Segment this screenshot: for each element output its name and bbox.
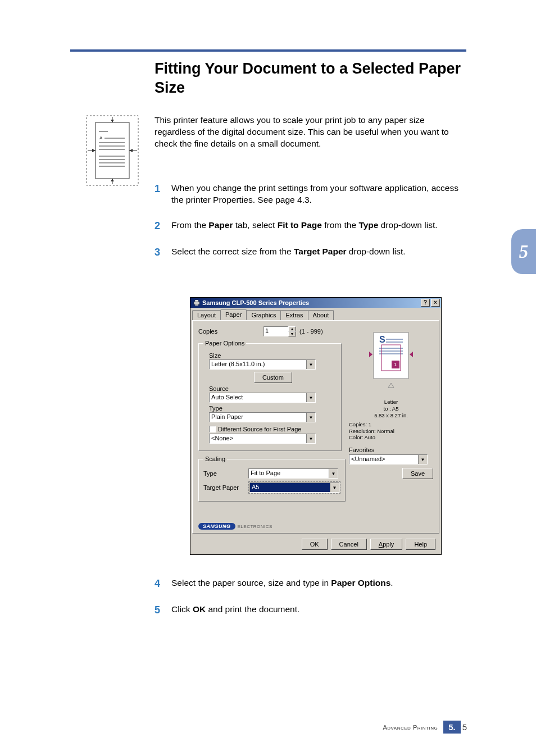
page-preview: S 1 — [360, 329, 422, 397]
scaling-legend: Scaling — [203, 456, 227, 462]
first-page-source-combo[interactable]: <None> ▼ — [209, 434, 316, 444]
intro-paragraph: This printer feature allows you to scale… — [155, 115, 464, 150]
source-label: Source — [209, 385, 337, 392]
chevron-down-icon[interactable]: ▼ — [330, 483, 339, 492]
text-bold: Type — [358, 220, 378, 230]
step-3: 3 Select the correct size from the Targe… — [155, 246, 469, 259]
text-bold: Paper Options — [331, 578, 390, 588]
svg-rect-22 — [195, 304, 198, 306]
printer-icon — [193, 299, 201, 307]
svg-marker-35 — [388, 383, 394, 388]
step-text: Select the correct size from the Target … — [171, 246, 469, 258]
tab-extras[interactable]: Extras — [280, 310, 308, 321]
favorites-label: Favorites — [349, 447, 433, 453]
footer-section-label: Advanced Printing — [383, 724, 438, 731]
steps-block-1: 1 When you change the print settings fro… — [155, 183, 469, 272]
scaling-type-combo[interactable]: Fit to Page ▼ — [248, 468, 338, 479]
dialog-titlebar: Samsung CLP-500 Series Properties ? × — [190, 298, 441, 308]
copies-spinner[interactable]: ▲ ▼ — [288, 326, 296, 336]
different-source-row[interactable]: Different Source for First Page — [209, 426, 337, 432]
svg-text:S: S — [379, 335, 385, 344]
copies-input[interactable]: 1 — [264, 326, 288, 336]
dialog-button-row: OK Cancel Apply Help — [190, 535, 441, 554]
text: From the — [171, 220, 208, 230]
different-source-label: Different Source for First Page — [218, 426, 301, 432]
step-number: 1 — [155, 182, 171, 195]
properties-dialog: Samsung CLP-500 Series Properties ? × La… — [190, 297, 442, 555]
text: and print the document. — [206, 604, 299, 614]
help-button[interactable]: ? — [421, 299, 430, 307]
first-page-source-value: <None> — [210, 434, 306, 443]
size-label: Size — [209, 352, 337, 359]
scaling-group: Scaling Type Fit to Page ▼ Target Paper … — [198, 456, 346, 502]
step-number: 3 — [155, 245, 171, 259]
size-combo[interactable]: Letter (8.5x11.0 in.) ▼ — [209, 359, 316, 370]
text: When you change the print settings from … — [171, 183, 458, 204]
svg-marker-34 — [410, 352, 413, 357]
preview-line: Letter — [349, 399, 433, 406]
text-bold: OK — [193, 604, 206, 614]
different-source-checkbox[interactable] — [209, 426, 216, 432]
chevron-down-icon[interactable]: ▼ — [306, 393, 315, 402]
copies-row: Copies 1 ▲ ▼ (1 - 999) — [198, 326, 342, 336]
dialog-title: Samsung CLP-500 Series Properties — [202, 299, 309, 306]
paper-tab-panel: Copies 1 ▲ ▼ (1 - 999) Paper Options Siz… — [192, 320, 439, 534]
text: . — [390, 578, 393, 588]
step-5: 5 Click OK and print the document. — [155, 604, 469, 617]
chevron-down-icon[interactable]: ▼ — [306, 413, 315, 422]
step-number: 2 — [155, 219, 171, 233]
tab-layout[interactable]: Layout — [192, 310, 221, 321]
chevron-down-icon[interactable]: ▼ — [306, 434, 315, 443]
chapter-number: 5 — [519, 242, 529, 262]
text: tab, select — [233, 220, 277, 230]
chevron-down-icon[interactable]: ▼ — [418, 455, 427, 464]
svg-text:1: 1 — [394, 362, 397, 367]
preview-line: 5.83 x 8.27 in. — [349, 412, 433, 419]
tab-paper[interactable]: Paper — [220, 309, 247, 320]
svg-rect-21 — [195, 300, 198, 302]
paper-options-group: Paper Options Size Letter (8.5x11.0 in.)… — [198, 340, 342, 451]
svg-marker-17 — [92, 149, 96, 152]
logo-subtext: ELECTRONICS — [238, 524, 272, 529]
tab-about[interactable]: About — [308, 310, 334, 321]
scaling-type-value: Fit to Page — [249, 469, 329, 478]
ok-button[interactable]: OK — [302, 539, 328, 550]
cancel-button[interactable]: Cancel — [331, 539, 367, 550]
svg-text:A: A — [99, 135, 103, 140]
steps-block-2: 4 Select the paper source, size and type… — [155, 577, 469, 631]
save-favorite-button[interactable]: Save — [402, 468, 433, 479]
chevron-down-icon[interactable]: ▼ — [306, 360, 315, 369]
help-button[interactable]: Help — [406, 539, 435, 550]
custom-button[interactable]: Custom — [254, 372, 292, 383]
spin-up-icon[interactable]: ▲ — [288, 326, 296, 331]
target-paper-combo[interactable]: A5 ▼ — [249, 482, 339, 493]
text-bold: Target Paper — [294, 247, 347, 256]
svg-rect-1 — [96, 122, 129, 179]
tab-graphics[interactable]: Graphics — [246, 310, 281, 321]
favorites-value: <Unnamed> — [349, 455, 418, 464]
favorites-combo[interactable]: <Unnamed> ▼ — [349, 454, 428, 464]
target-paper-highlight: A5 ▼ — [248, 481, 340, 494]
type-combo[interactable]: Plain Paper ▼ — [209, 412, 316, 422]
page-footer: Advanced Printing 5. 5 — [383, 721, 467, 734]
source-combo[interactable]: Auto Select ▼ — [209, 393, 316, 403]
text-bold: Fit to Page — [278, 220, 322, 230]
apply-label-rest: pply — [383, 541, 394, 548]
header-rule — [70, 49, 466, 52]
text: drop-down list. — [347, 247, 406, 256]
step-1: 1 When you change the print settings fro… — [155, 183, 469, 206]
text: Click — [171, 604, 193, 614]
chevron-down-icon[interactable]: ▼ — [329, 469, 338, 478]
svg-marker-13 — [111, 120, 114, 122]
spin-down-icon[interactable]: ▼ — [288, 331, 296, 336]
printer-properties-screenshot: Samsung CLP-500 Series Properties ? × La… — [190, 297, 442, 555]
step-number: 4 — [155, 577, 171, 590]
footer-chapter-badge: 5. — [443, 721, 461, 734]
paper-options-legend: Paper Options — [203, 340, 246, 347]
apply-button[interactable]: Apply — [370, 539, 403, 550]
copies-label: Copies — [198, 328, 264, 335]
svg-marker-33 — [369, 352, 373, 357]
close-button[interactable]: × — [431, 299, 440, 307]
svg-marker-19 — [129, 149, 133, 152]
source-value: Auto Select — [210, 393, 306, 402]
